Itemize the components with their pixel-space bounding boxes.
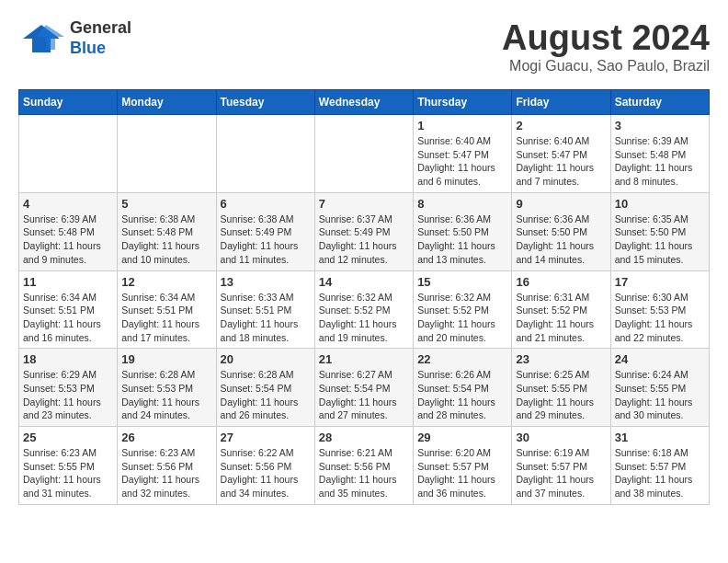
day-number: 8 (417, 197, 507, 211)
day-info: Sunrise: 6:36 AM Sunset: 5:50 PM Dayligh… (516, 213, 606, 267)
calendar-body: 1Sunrise: 6:40 AM Sunset: 5:47 PM Daylig… (19, 115, 710, 505)
calendar-cell: 17Sunrise: 6:30 AM Sunset: 5:53 PM Dayli… (610, 270, 709, 349)
calendar-cell (314, 115, 413, 193)
day-number: 31 (615, 431, 705, 444)
location-title: Mogi Guacu, Sao Paulo, Brazil (502, 58, 710, 75)
calendar-cell: 24Sunrise: 6:24 AM Sunset: 5:55 PM Dayli… (610, 349, 709, 427)
calendar-cell: 10Sunrise: 6:35 AM Sunset: 5:50 PM Dayli… (610, 192, 709, 270)
calendar-cell: 26Sunrise: 6:23 AM Sunset: 5:56 PM Dayli… (118, 427, 216, 505)
weekday-header: Monday (118, 90, 216, 115)
day-info: Sunrise: 6:25 AM Sunset: 5:55 PM Dayligh… (516, 368, 606, 422)
calendar-cell: 27Sunrise: 6:22 AM Sunset: 5:56 PM Dayli… (216, 427, 314, 505)
calendar-cell: 29Sunrise: 6:20 AM Sunset: 5:57 PM Dayli… (414, 427, 512, 505)
day-info: Sunrise: 6:35 AM Sunset: 5:50 PM Dayligh… (615, 213, 705, 267)
day-number: 16 (516, 275, 606, 289)
calendar-cell: 31Sunrise: 6:18 AM Sunset: 5:57 PM Dayli… (610, 427, 709, 505)
calendar-cell (216, 115, 314, 193)
logo-icon (18, 20, 64, 57)
weekday-header: Tuesday (216, 90, 314, 115)
day-info: Sunrise: 6:33 AM Sunset: 5:51 PM Dayligh… (221, 291, 311, 345)
day-number: 3 (615, 119, 705, 132)
day-info: Sunrise: 6:36 AM Sunset: 5:50 PM Dayligh… (417, 213, 507, 267)
calendar-cell: 25Sunrise: 6:23 AM Sunset: 5:55 PM Dayli… (19, 427, 118, 505)
calendar-cell (19, 115, 118, 193)
day-info: Sunrise: 6:40 AM Sunset: 5:47 PM Dayligh… (516, 134, 606, 189)
day-number: 2 (516, 119, 606, 132)
calendar-cell: 21Sunrise: 6:27 AM Sunset: 5:54 PM Dayli… (314, 349, 413, 427)
day-info: Sunrise: 6:38 AM Sunset: 5:49 PM Dayligh… (221, 213, 311, 267)
day-number: 1 (417, 119, 507, 132)
weekday-header: Thursday (414, 90, 512, 115)
logo-blue-text: Blue (70, 39, 131, 59)
day-number: 21 (319, 352, 409, 366)
day-info: Sunrise: 6:26 AM Sunset: 5:54 PM Dayligh… (417, 368, 507, 422)
calendar-cell: 19Sunrise: 6:28 AM Sunset: 5:53 PM Dayli… (118, 349, 216, 427)
calendar-cell: 16Sunrise: 6:31 AM Sunset: 5:52 PM Dayli… (512, 270, 610, 349)
day-number: 12 (121, 275, 211, 289)
day-number: 4 (23, 197, 113, 211)
day-info: Sunrise: 6:39 AM Sunset: 5:48 PM Dayligh… (23, 213, 113, 267)
day-number: 17 (615, 275, 705, 289)
day-info: Sunrise: 6:40 AM Sunset: 5:47 PM Dayligh… (417, 134, 507, 189)
day-info: Sunrise: 6:27 AM Sunset: 5:54 PM Dayligh… (319, 368, 409, 422)
day-number: 30 (516, 431, 606, 444)
calendar-cell: 1Sunrise: 6:40 AM Sunset: 5:47 PM Daylig… (414, 115, 512, 193)
day-number: 15 (417, 275, 507, 289)
day-number: 19 (121, 352, 211, 366)
day-info: Sunrise: 6:31 AM Sunset: 5:52 PM Dayligh… (516, 291, 606, 345)
calendar-cell: 30Sunrise: 6:19 AM Sunset: 5:57 PM Dayli… (512, 427, 610, 505)
calendar-cell: 5Sunrise: 6:38 AM Sunset: 5:48 PM Daylig… (118, 192, 216, 270)
day-number: 25 (23, 431, 113, 444)
day-info: Sunrise: 6:32 AM Sunset: 5:52 PM Dayligh… (319, 291, 409, 345)
day-info: Sunrise: 6:29 AM Sunset: 5:53 PM Dayligh… (23, 368, 113, 422)
calendar-cell: 14Sunrise: 6:32 AM Sunset: 5:52 PM Dayli… (314, 270, 413, 349)
calendar-cell (118, 115, 216, 193)
day-info: Sunrise: 6:23 AM Sunset: 5:56 PM Dayligh… (121, 446, 211, 500)
logo-general-text: General (70, 18, 131, 39)
day-info: Sunrise: 6:28 AM Sunset: 5:54 PM Dayligh… (221, 368, 311, 422)
day-info: Sunrise: 6:19 AM Sunset: 5:57 PM Dayligh… (516, 446, 606, 500)
day-number: 29 (417, 431, 507, 444)
calendar-cell: 22Sunrise: 6:26 AM Sunset: 5:54 PM Dayli… (414, 349, 512, 427)
calendar-cell: 23Sunrise: 6:25 AM Sunset: 5:55 PM Dayli… (512, 349, 610, 427)
calendar-cell: 13Sunrise: 6:33 AM Sunset: 5:51 PM Dayli… (216, 270, 314, 349)
day-info: Sunrise: 6:21 AM Sunset: 5:56 PM Dayligh… (319, 446, 409, 500)
day-number: 10 (615, 197, 705, 211)
page-header: General Blue August 2024 Mogi Guacu, Sao… (18, 18, 710, 75)
day-number: 27 (221, 431, 311, 444)
calendar-week-row: 1Sunrise: 6:40 AM Sunset: 5:47 PM Daylig… (19, 115, 710, 193)
day-number: 23 (516, 352, 606, 366)
calendar-week-row: 4Sunrise: 6:39 AM Sunset: 5:48 PM Daylig… (19, 192, 710, 270)
calendar-week-row: 18Sunrise: 6:29 AM Sunset: 5:53 PM Dayli… (19, 349, 710, 427)
calendar-table: SundayMondayTuesdayWednesdayThursdayFrid… (18, 89, 710, 505)
weekday-header: Wednesday (314, 90, 413, 115)
day-number: 13 (221, 275, 311, 289)
calendar-cell: 12Sunrise: 6:34 AM Sunset: 5:51 PM Dayli… (118, 270, 216, 349)
calendar-cell: 6Sunrise: 6:38 AM Sunset: 5:49 PM Daylig… (216, 192, 314, 270)
day-number: 24 (615, 352, 705, 366)
day-info: Sunrise: 6:38 AM Sunset: 5:48 PM Dayligh… (121, 213, 211, 267)
day-info: Sunrise: 6:39 AM Sunset: 5:48 PM Dayligh… (615, 134, 705, 189)
day-info: Sunrise: 6:22 AM Sunset: 5:56 PM Dayligh… (221, 446, 311, 500)
logo: General Blue (18, 18, 131, 58)
day-info: Sunrise: 6:24 AM Sunset: 5:55 PM Dayligh… (615, 368, 705, 422)
day-number: 7 (319, 197, 409, 211)
day-number: 28 (319, 431, 409, 444)
calendar-week-row: 11Sunrise: 6:34 AM Sunset: 5:51 PM Dayli… (19, 270, 710, 349)
day-info: Sunrise: 6:18 AM Sunset: 5:57 PM Dayligh… (615, 446, 705, 500)
day-number: 26 (121, 431, 211, 444)
weekday-header-row: SundayMondayTuesdayWednesdayThursdayFrid… (19, 90, 710, 115)
day-number: 6 (221, 197, 311, 211)
day-info: Sunrise: 6:28 AM Sunset: 5:53 PM Dayligh… (121, 368, 211, 422)
calendar-cell: 15Sunrise: 6:32 AM Sunset: 5:52 PM Dayli… (414, 270, 512, 349)
calendar-cell: 7Sunrise: 6:37 AM Sunset: 5:49 PM Daylig… (314, 192, 413, 270)
title-block: August 2024 Mogi Guacu, Sao Paulo, Brazi… (502, 18, 710, 75)
day-info: Sunrise: 6:37 AM Sunset: 5:49 PM Dayligh… (319, 213, 409, 267)
calendar-cell: 11Sunrise: 6:34 AM Sunset: 5:51 PM Dayli… (19, 270, 118, 349)
calendar-cell: 3Sunrise: 6:39 AM Sunset: 5:48 PM Daylig… (610, 115, 709, 193)
calendar-week-row: 25Sunrise: 6:23 AM Sunset: 5:55 PM Dayli… (19, 427, 710, 505)
day-number: 9 (516, 197, 606, 211)
day-info: Sunrise: 6:23 AM Sunset: 5:55 PM Dayligh… (23, 446, 113, 500)
day-info: Sunrise: 6:20 AM Sunset: 5:57 PM Dayligh… (417, 446, 507, 500)
weekday-header: Sunday (19, 90, 118, 115)
